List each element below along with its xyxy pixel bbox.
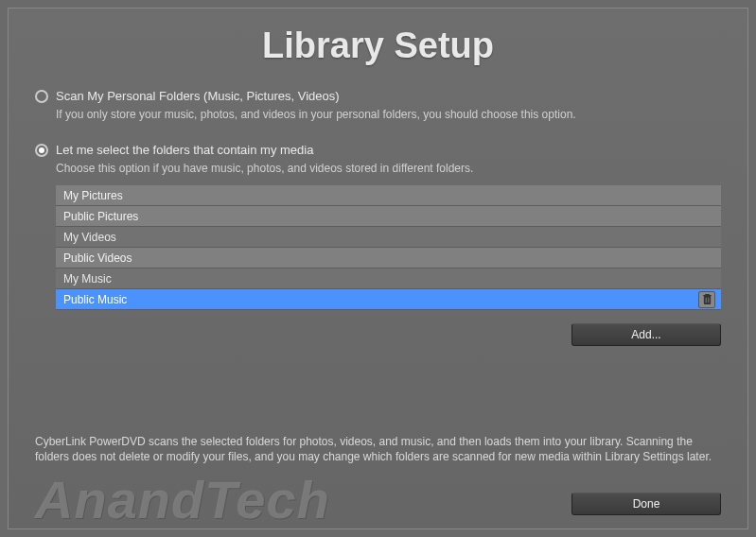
option-personal-block: Scan My Personal Folders (Music, Picture… bbox=[35, 89, 721, 122]
radio-personal-icon bbox=[35, 90, 48, 103]
delete-folder-button[interactable] bbox=[698, 291, 715, 308]
option-select-radio[interactable]: Let me select the folders that contain m… bbox=[35, 143, 721, 157]
option-select-label: Let me select the folders that contain m… bbox=[56, 143, 313, 157]
library-setup-window: Library Setup Scan My Personal Folders (… bbox=[8, 8, 748, 529]
folder-name: Public Pictures bbox=[63, 210, 138, 223]
option-personal-label: Scan My Personal Folders (Music, Picture… bbox=[56, 89, 340, 103]
list-item-selected[interactable]: Public Music bbox=[56, 289, 721, 310]
list-item[interactable]: My Music bbox=[56, 268, 721, 289]
watermark: AnandTech bbox=[35, 469, 330, 530]
done-button-row: Done bbox=[571, 493, 721, 515]
done-button[interactable]: Done bbox=[571, 493, 721, 515]
option-personal-radio[interactable]: Scan My Personal Folders (Music, Picture… bbox=[35, 89, 721, 103]
folder-name: My Pictures bbox=[63, 189, 123, 202]
add-button-row: Add... bbox=[56, 323, 721, 346]
option-personal-help: If you only store your music, photos, an… bbox=[56, 107, 721, 122]
trash-icon bbox=[702, 293, 712, 305]
list-item[interactable]: Public Pictures bbox=[56, 206, 721, 227]
option-select-help: Choose this option if you have music, ph… bbox=[56, 161, 721, 176]
list-item[interactable]: My Videos bbox=[56, 227, 721, 248]
folder-name: My Videos bbox=[63, 231, 116, 244]
list-item[interactable]: Public Videos bbox=[56, 248, 721, 268]
folder-name: Public Music bbox=[63, 293, 127, 306]
radio-select-icon bbox=[35, 144, 48, 157]
option-select-block: Let me select the folders that contain m… bbox=[35, 143, 721, 346]
add-button[interactable]: Add... bbox=[571, 323, 721, 346]
page-title: Library Setup bbox=[9, 9, 747, 89]
list-item[interactable]: My Pictures bbox=[56, 185, 721, 206]
folder-list: My Pictures Public Pictures My Videos Pu… bbox=[56, 185, 721, 310]
content-area: Scan My Personal Folders (Music, Picture… bbox=[9, 89, 747, 528]
folder-name: My Music bbox=[63, 272, 112, 286]
info-text: CyberLink PowerDVD scans the selected fo… bbox=[35, 434, 721, 464]
folder-name: Public Videos bbox=[63, 251, 132, 265]
